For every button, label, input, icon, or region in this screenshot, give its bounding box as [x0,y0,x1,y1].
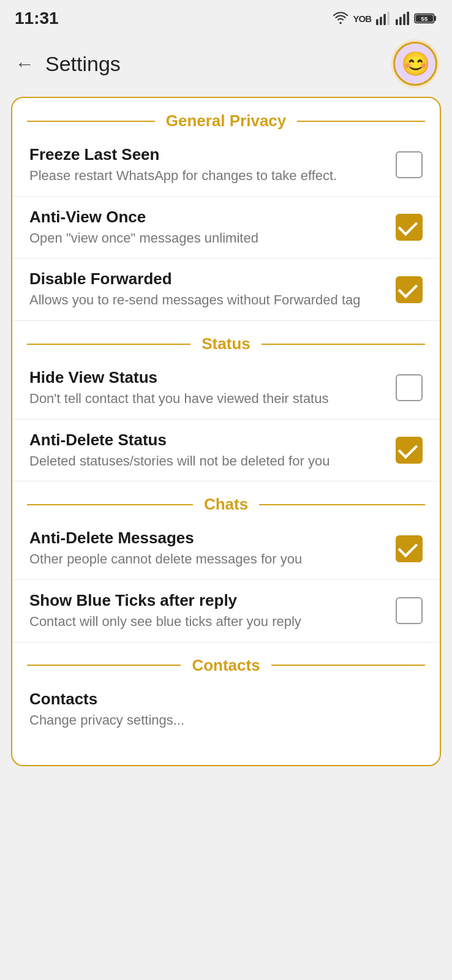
section-line-chats-left [27,504,193,505]
section-title-status: Status [190,334,261,353]
setting-desc-hide-view: Don't tell contact that you have viewed … [29,390,383,408]
svg-rect-3 [387,12,390,25]
section-line-status-right [262,344,425,345]
section-chats: Chats [12,481,440,518]
signal1-icon [375,12,391,25]
setting-desc-anti-view: Open "view once" messages unlimited [29,229,383,247]
setting-text-anti-view: Anti-View Once Open "view once" messages… [29,208,396,247]
setting-disable-forwarded[interactable]: Disable Forwarded Allows you to re-send … [12,258,440,321]
signal2-icon [394,12,410,25]
setting-text-anti-del-msg: Anti-Delete Messages Other people cannot… [29,529,396,568]
setting-text-hide-view: Hide View Status Don't tell contact that… [29,368,396,408]
svg-rect-1 [380,17,382,25]
checkbox-anti-view-once[interactable] [396,214,423,241]
svg-rect-9 [434,16,436,21]
main-card: General Privacy Freeze Last Seen Please … [11,97,441,766]
section-title-general-privacy: General Privacy [155,111,298,130]
svg-rect-6 [403,14,405,25]
setting-anti-delete-status[interactable]: Anti-Delete Status Deleted statuses/stor… [12,420,440,482]
header-left: ← Settings [15,52,121,76]
avatar-emoji: 😊 [401,50,430,77]
section-line-left [27,121,155,122]
setting-label-anti-del-status: Anti-Delete Status [29,431,383,450]
section-title-contacts: Contacts [181,656,271,675]
setting-label-hide-view: Hide View Status [29,368,383,387]
setting-text-blue-ticks: Show Blue Ticks after reply Contact will… [29,591,396,631]
setting-text-freeze: Freeze Last Seen Please restart WhatsApp… [29,145,396,185]
setting-hide-view-status[interactable]: Hide View Status Don't tell contact that… [12,357,440,420]
battery-icon: 55 [414,12,437,25]
setting-desc-disable-fwd: Allows you to re-send messages without F… [29,291,383,309]
header: ← Settings 😊 [0,33,452,97]
setting-anti-view-once[interactable]: Anti-View Once Open "view once" messages… [12,197,440,259]
section-line-chats-right [259,504,425,505]
setting-show-blue-ticks[interactable]: Show Blue Ticks after reply Contact will… [12,580,440,643]
setting-desc-freeze: Please restart WhatsApp for changes to t… [29,167,383,185]
svg-rect-2 [383,14,386,25]
checkbox-anti-delete-status[interactable] [396,437,423,464]
svg-rect-7 [407,12,409,25]
checkbox-disable-forwarded[interactable] [396,276,423,303]
checkbox-show-blue-ticks[interactable] [396,597,423,624]
avatar[interactable]: 😊 [393,42,437,86]
status-time: 11:31 [15,9,59,28]
back-button[interactable]: ← [15,53,34,75]
partial-contacts-item: Contacts Change privacy settings... [12,679,440,734]
section-line-right [297,121,425,122]
section-general-privacy: General Privacy [12,98,440,134]
wifi-icon [332,12,349,25]
setting-text-disable-fwd: Disable Forwarded Allows you to re-send … [29,270,396,309]
partial-contacts-label: Contacts [29,690,423,709]
setting-label-blue-ticks: Show Blue Ticks after reply [29,591,383,610]
section-line-contacts-left [27,665,181,666]
partial-contacts-desc: Change privacy settings... [29,711,423,729]
svg-rect-4 [396,19,398,25]
section-line-status-left [27,344,190,345]
setting-label-anti-del-msg: Anti-Delete Messages [29,529,383,548]
section-status: Status [12,321,440,357]
section-line-contacts-right [271,665,425,666]
setting-label-disable-fwd: Disable Forwarded [29,270,383,288]
section-title-chats: Chats [193,495,259,514]
checkbox-anti-delete-messages[interactable] [396,535,423,562]
svg-rect-0 [376,19,379,25]
bottom-fade [12,734,440,753]
setting-text-anti-del-status: Anti-Delete Status Deleted statuses/stor… [29,431,396,470]
setting-freeze-last-seen[interactable]: Freeze Last Seen Please restart WhatsApp… [12,134,440,197]
setting-label-freeze: Freeze Last Seen [29,145,383,164]
checkbox-freeze-last-seen[interactable] [396,151,423,178]
status-bar: 11:31 YOB 55 [0,0,452,33]
setting-anti-delete-messages[interactable]: Anti-Delete Messages Other people cannot… [12,518,440,580]
page-title: Settings [45,52,121,76]
checkbox-hide-view-status[interactable] [396,374,423,401]
yob-icon: YOB [353,13,371,24]
section-contacts: Contacts [12,643,440,679]
svg-rect-5 [399,17,402,25]
setting-desc-anti-del-msg: Other people cannot delete messages for … [29,550,383,568]
svg-text:55: 55 [421,15,428,22]
setting-desc-blue-ticks: Contact will only see blue ticks after y… [29,612,383,631]
setting-desc-anti-del-status: Deleted statuses/stories will not be del… [29,452,383,470]
setting-label-anti-view: Anti-View Once [29,208,383,227]
status-icons: YOB 55 [332,12,437,25]
